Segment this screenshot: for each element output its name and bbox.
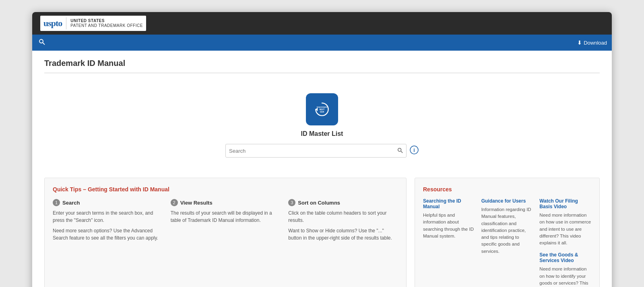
agency-text: UNITED STATES PATENT AND TRADEMARK OFFIC… [70, 18, 142, 28]
resource-desc-goods-video: Need more information on how to identify… [539, 266, 591, 287]
search-input-container[interactable] [225, 144, 407, 158]
resources-area: Resources Searching the ID Manual Helpfu… [415, 178, 600, 287]
hero-area: TRADEMARK NEXT GEN ID Master List [44, 81, 600, 174]
resource-link-searching[interactable]: Searching the ID Manual [423, 198, 475, 209]
resource-col-3: Watch Our Filing Basis Video Need more i… [539, 198, 591, 287]
step-1-body: Enter your search terms in the search bo… [53, 209, 163, 242]
search-submit-button[interactable] [397, 148, 403, 154]
tip-step-3: 3 Sort on Columns Click on the table col… [288, 199, 398, 245]
step-1-number: 1 [53, 199, 60, 206]
step-2-title: View Results [180, 200, 213, 206]
toolbar-left [37, 37, 47, 48]
agency-line1: UNITED STATES [70, 18, 142, 23]
svg-text:NEXT: NEXT [320, 109, 325, 111]
toolbar-search-button[interactable] [37, 37, 47, 48]
tip-step-2: 2 View Results The results of your searc… [171, 199, 281, 245]
page-title: Trademark ID Manual [44, 59, 600, 68]
quick-tips-title: Quick Tips – Getting Started with ID Man… [53, 186, 398, 193]
step-1-para-2: Need more search options? Use the Advanc… [53, 227, 163, 242]
step-2-number: 2 [171, 199, 178, 206]
step-3-header: 3 Sort on Columns [288, 199, 398, 206]
svg-point-0 [39, 39, 43, 43]
svg-line-8 [401, 151, 402, 152]
logo-box: uspto UNITED STATES PATENT AND TRADEMARK… [40, 16, 146, 31]
resource-link-filing-video[interactable]: Watch Our Filing Basis Video [539, 198, 591, 209]
trademark-nextgen-logo: TRADEMARK NEXT GEN [306, 93, 338, 125]
resource-link-goods-video[interactable]: See the Goods & Services Video [539, 252, 591, 263]
resource-desc-guidance: Information regarding ID Manual features… [481, 206, 533, 255]
resource-col-2: Guidance for Users Information regarding… [481, 198, 533, 287]
quick-tips-area: Quick Tips – Getting Started with ID Man… [44, 178, 407, 287]
step-3-number: 3 [288, 199, 295, 206]
download-button[interactable]: ⬇ Download [577, 39, 607, 46]
step-1-header: 1 Search [53, 199, 163, 206]
main-content: Trademark ID Manual TRADEMARK NEXT GEN I… [32, 51, 612, 287]
step-2-header: 2 View Results [171, 199, 281, 206]
svg-text:GEN: GEN [320, 111, 324, 113]
download-label: Download [584, 40, 607, 46]
agency-line2: PATENT AND TRADEMARK OFFICE [70, 23, 142, 28]
step-3-para-1: Click on the table column headers to sor… [288, 209, 398, 224]
search-bar-wrap: i [225, 144, 419, 158]
svg-text:i: i [413, 147, 415, 153]
svg-text:TRADEMARK: TRADEMARK [317, 106, 328, 108]
download-icon: ⬇ [577, 39, 582, 46]
svg-point-7 [398, 148, 401, 151]
step-3-body: Click on the table column headers to sor… [288, 209, 398, 242]
step-3-para-2: Want to Show or Hide columns? Use the ".… [288, 227, 398, 242]
step-3-title: Sort on Columns [298, 200, 340, 206]
step-2-para-1: The results of your search will be displ… [171, 209, 281, 224]
uspto-logo-text: uspto [43, 18, 62, 29]
step-2-body: The results of your search will be displ… [171, 209, 281, 224]
resource-desc-searching: Helpful tips and information about searc… [423, 212, 475, 240]
info-button[interactable]: i [410, 146, 419, 156]
tip-step-1: 1 Search Enter your search terms in the … [53, 199, 163, 245]
tips-steps: 1 Search Enter your search terms in the … [53, 199, 398, 245]
nextgen-arrow-svg: TRADEMARK NEXT GEN [312, 100, 332, 119]
resources-title: Resources [423, 186, 591, 193]
page-divider [44, 73, 600, 73]
svg-line-1 [43, 43, 45, 45]
logo-divider [66, 17, 66, 29]
step-1-para-1: Enter your search terms in the search bo… [53, 209, 163, 224]
resource-link-guidance[interactable]: Guidance for Users [481, 198, 533, 204]
toolbar: ⬇ Download [32, 35, 612, 51]
resources-columns: Searching the ID Manual Helpful tips and… [423, 198, 591, 287]
navbar: uspto UNITED STATES PATENT AND TRADEMARK… [32, 12, 612, 35]
hero-title: ID Master List [301, 130, 343, 137]
search-input[interactable] [229, 148, 397, 154]
resource-col-1: Searching the ID Manual Helpful tips and… [423, 198, 475, 287]
step-1-title: Search [62, 200, 80, 206]
resource-desc-filing-video: Need more information on how use in comm… [539, 212, 591, 246]
bottom-section: Quick Tips – Getting Started with ID Man… [44, 178, 600, 287]
toolbar-right: ⬇ Download [577, 39, 607, 46]
